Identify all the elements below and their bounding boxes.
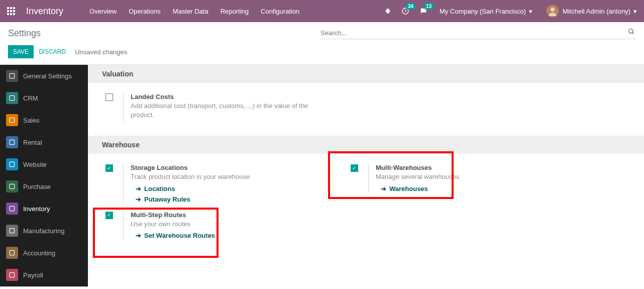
sidebar-item-accounting[interactable]: Accounting — [0, 242, 88, 264]
nav-item-master-data[interactable]: Master Data — [167, 0, 214, 22]
user-name: Mitchell Admin (antony) — [563, 8, 630, 15]
landed-costs-desc: Add additional cost (transport, customs,… — [131, 102, 332, 120]
svg-point-12 — [629, 29, 633, 33]
nav-item-configuration[interactable]: Configuration — [255, 0, 305, 22]
divider — [123, 93, 124, 123]
putaway-rules-link-label: Putaway Rules — [144, 196, 190, 203]
top-nav: Inventory Overview Operations Master Dat… — [0, 0, 644, 22]
purchase-icon — [6, 180, 18, 192]
setting-multi-warehouses: Multi-Warehouses Manage several warehous… — [347, 160, 583, 196]
svg-rect-15 — [10, 95, 14, 100]
sidebar-item-label: Sales — [23, 117, 40, 124]
search-icon[interactable] — [628, 28, 635, 37]
user-menu[interactable]: Mitchell Admin (antony) ▾ — [540, 0, 644, 22]
svg-rect-8 — [13, 13, 15, 15]
save-button[interactable]: SAVE — [8, 45, 34, 58]
section-header-warehouse: Warehouse — [88, 136, 644, 154]
section-header-valuation: Valuation — [88, 65, 644, 83]
svg-rect-0 — [7, 7, 9, 9]
multi-step-routes-title: Multi-Step Routes — [131, 211, 338, 219]
main-area: General SettingsCRMSalesRentalWebsitePur… — [0, 65, 644, 286]
svg-rect-22 — [10, 250, 14, 255]
sidebar-item-payroll[interactable]: Payroll — [0, 264, 88, 286]
svg-rect-3 — [7, 10, 9, 12]
settings-sidebar[interactable]: General SettingsCRMSalesRentalWebsitePur… — [0, 65, 88, 286]
avatar — [547, 5, 559, 17]
multi-warehouses-title: Multi-Warehouses — [376, 164, 583, 171]
arrow-right-icon: ➔ — [136, 185, 141, 192]
inventory-icon — [6, 203, 18, 215]
crm-icon — [6, 92, 18, 104]
nav-right: 34 13 My Company (San Francisco) ▾ Mitch… — [379, 0, 644, 22]
sidebar-item-sales[interactable]: Sales — [0, 109, 88, 131]
avatar-icon — [547, 5, 559, 17]
svg-rect-7 — [10, 13, 12, 15]
svg-rect-2 — [13, 7, 15, 9]
nav-menu: Overview Operations Master Data Reportin… — [83, 0, 305, 22]
multi-warehouses-desc: Manage several warehouses — [376, 172, 577, 181]
arrow-right-icon: ➔ — [136, 232, 141, 239]
setting-storage-locations: Storage Locations Track product location… — [102, 160, 338, 207]
svg-rect-21 — [10, 228, 14, 233]
landed-costs-checkbox[interactable] — [105, 93, 113, 101]
svg-rect-5 — [13, 10, 15, 12]
sidebar-item-manufacturing[interactable]: Manufacturing — [0, 220, 88, 242]
debug-button[interactable] — [379, 0, 396, 22]
nav-item-overview[interactable]: Overview — [83, 0, 123, 22]
divider — [123, 164, 124, 203]
arrow-right-icon: ➔ — [136, 196, 141, 203]
locations-link-label: Locations — [144, 185, 175, 192]
sales-icon — [6, 114, 18, 126]
sidebar-item-website[interactable]: Website — [0, 153, 88, 175]
apps-menu-button[interactable] — [0, 0, 22, 22]
multi-step-routes-checkbox[interactable] — [105, 212, 113, 219]
search-container — [319, 27, 636, 39]
manufacturing-icon — [6, 225, 18, 237]
sidebar-item-general-settings[interactable]: General Settings — [0, 65, 88, 87]
payroll-icon — [6, 269, 18, 281]
divider — [368, 164, 369, 192]
sidebar-item-inventory[interactable]: Inventory — [0, 198, 88, 220]
sidebar-item-project[interactable]: Project — [0, 286, 88, 286]
app-name[interactable]: Inventory — [26, 6, 63, 17]
svg-rect-4 — [10, 10, 12, 12]
svg-rect-1 — [10, 7, 12, 9]
storage-locations-checkbox[interactable] — [105, 164, 113, 172]
control-panel: Settings SAVE DISCARD Unsaved changes — [0, 22, 644, 65]
accounting-icon — [6, 247, 18, 259]
storage-locations-desc: Track product location in your warehouse — [131, 172, 332, 181]
set-warehouse-routes-link[interactable]: ➔ Set Warehouse Routes — [136, 232, 338, 239]
locations-link[interactable]: ➔ Locations — [136, 185, 338, 192]
svg-point-11 — [551, 8, 555, 12]
unsaved-label: Unsaved changes — [75, 48, 127, 56]
nav-item-reporting[interactable]: Reporting — [214, 0, 255, 22]
divider — [123, 211, 124, 239]
breadcrumb: Settings — [8, 28, 41, 39]
company-switcher[interactable]: My Company (San Francisco) ▾ — [433, 0, 540, 22]
setting-landed-costs: Landed Costs Add additional cost (transp… — [102, 89, 338, 127]
discard-button[interactable]: DISCARD — [34, 45, 71, 58]
caret-down-icon: ▾ — [529, 8, 532, 15]
multi-warehouses-checkbox[interactable] — [351, 164, 358, 172]
svg-rect-23 — [10, 272, 14, 277]
sidebar-item-label: Manufacturing — [23, 227, 64, 235]
website-icon — [6, 158, 18, 170]
nav-item-operations[interactable]: Operations — [123, 0, 167, 22]
bug-icon — [384, 8, 391, 15]
sidebar-item-purchase[interactable]: Purchase — [0, 175, 88, 198]
svg-rect-19 — [10, 184, 14, 188]
sidebar-item-rental[interactable]: Rental — [0, 131, 88, 153]
section-body-valuation: Landed Costs Add additional cost (transp… — [88, 83, 644, 136]
search-input[interactable] — [319, 27, 636, 39]
warehouses-link[interactable]: ➔ Warehouses — [381, 185, 583, 192]
messages-button[interactable]: 13 — [414, 0, 433, 22]
company-name: My Company (San Francisco) — [440, 8, 526, 15]
activities-button[interactable]: 34 — [396, 0, 414, 22]
sidebar-item-label: CRM — [23, 94, 38, 102]
set-warehouse-routes-link-label: Set Warehouse Routes — [144, 232, 215, 239]
sidebar-item-crm[interactable]: CRM — [0, 87, 88, 109]
putaway-rules-link[interactable]: ➔ Putaway Rules — [136, 196, 338, 203]
messages-badge: 13 — [423, 3, 434, 10]
sidebar-item-label: Website — [23, 161, 47, 168]
multi-step-routes-desc: Use your own routes — [131, 220, 332, 229]
